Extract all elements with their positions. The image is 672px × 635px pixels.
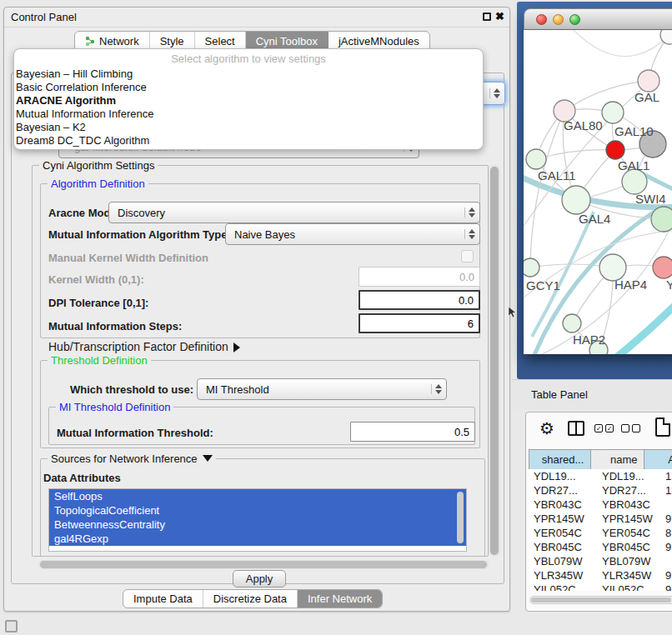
mi-steps-input[interactable]	[359, 313, 480, 333]
network-node[interactable]	[524, 258, 539, 277]
sources-toggle[interactable]: Sources for Network Inference	[48, 452, 216, 465]
table-row[interactable]: YDL19...YDL19...13	[529, 469, 672, 483]
network-node[interactable]	[638, 70, 659, 92]
table-cell: 13	[660, 469, 672, 483]
which-threshold-select[interactable]: MI Threshold	[197, 378, 447, 400]
network-node[interactable]	[602, 102, 624, 123]
manual-kernel-checkbox[interactable]	[461, 250, 474, 262]
attribute-item[interactable]: BetweennessCentrality	[49, 518, 466, 532]
expand-arrow-icon	[233, 342, 240, 352]
network-edge	[524, 230, 672, 305]
algorithm-option[interactable]: Mutual Information Inference	[14, 108, 483, 121]
algorithm-option[interactable]: Dream8 DC_TDC Algorithm	[14, 134, 483, 148]
aracne-mode-select[interactable]: Discovery	[108, 202, 480, 223]
network-icon	[85, 36, 96, 47]
algorithm-option[interactable]: Bayesian – Hill Climbing	[14, 68, 483, 81]
table-toolbar: ⚙ ✓✓	[526, 412, 672, 448]
close-icon[interactable]: ✖	[495, 10, 504, 22]
split-columns-icon[interactable]	[568, 421, 584, 436]
which-threshold-label: Which threshold to use:	[70, 383, 193, 396]
attribute-item[interactable]: TopologicalCoefficient	[49, 503, 466, 518]
apply-button[interactable]: Apply	[233, 570, 286, 588]
tab-label: jActiveMNodules	[339, 35, 419, 48]
dpi-tolerance-input[interactable]	[359, 290, 480, 310]
column-header[interactable]: shared...	[529, 450, 591, 470]
network-node[interactable]	[606, 141, 624, 159]
network-node[interactable]	[622, 169, 647, 194]
algorithm-option[interactable]: ARACNE Algorithm	[14, 94, 483, 108]
select-all-columns-icon[interactable]: ✓✓	[594, 424, 614, 432]
list-scrollbar[interactable]	[457, 492, 464, 543]
data-attributes-list: SelfLoopsTopologicalCoefficientBetweenne…	[48, 488, 467, 552]
table-cell: YIL052C	[597, 582, 660, 591]
vertical-scrollbar[interactable]	[489, 165, 500, 557]
network-canvas[interactable]: GALGAL80GAL10GAL1GAL11SWI4GAL4GCY1HAP4YH…	[524, 30, 672, 354]
network-node[interactable]	[563, 314, 581, 332]
table-cell: YIL052C	[529, 582, 597, 591]
gear-icon[interactable]: ⚙	[539, 418, 554, 439]
table-cell	[660, 498, 672, 512]
unselect-all-columns-icon[interactable]	[621, 424, 640, 432]
tab-discretize-data[interactable]: Discretize Data	[203, 590, 298, 608]
collapsed-panel-icon[interactable]	[5, 620, 18, 632]
close-traffic-icon[interactable]	[536, 14, 547, 25]
table-row[interactable]: YPR145WYPR145W9.	[529, 512, 672, 526]
control-panel-titlebar[interactable]: Control Panel ✖	[4, 8, 509, 28]
node-table-rows: YDL19...YDL19...13YDR27...YDR27...12YBR0…	[529, 469, 672, 591]
kernel-width-input[interactable]	[359, 267, 480, 287]
node-table: YDL19...YDL19...13YDR27...YDR27...12YBR0…	[529, 469, 672, 591]
table-panel-titlebar[interactable]: Table Panel	[512, 379, 672, 409]
horizontal-scrollbar[interactable]	[38, 560, 489, 569]
table-cell: YBR045C	[597, 540, 660, 554]
tab-impute-data[interactable]: Impute Data	[123, 590, 203, 608]
network-edge	[574, 30, 669, 57]
table-cell: 12	[660, 483, 672, 498]
attribute-item[interactable]: gal4RGexp	[49, 532, 466, 546]
table-cell: YLR345W	[597, 568, 660, 582]
float-window-icon[interactable]	[483, 12, 491, 21]
table-cell: YER054C	[597, 526, 660, 540]
column-header[interactable]: A	[644, 450, 672, 470]
table-row[interactable]: YBR043CYBR043C	[529, 498, 672, 512]
node-label: HAP4	[614, 278, 647, 292]
hub-section-toggle[interactable]: Hub/Transcription Factor Definition	[48, 340, 240, 353]
popup-placeholder: Select algorithm to view settings	[14, 51, 483, 68]
node-table-header: shared...nameA	[529, 449, 672, 470]
data-attributes-label: Data Attributes	[43, 472, 121, 484]
group-title: MI Threshold Definition	[56, 401, 173, 413]
network-window-titlebar[interactable]	[524, 8, 672, 30]
node-label: GCY1	[526, 278, 560, 292]
attribute-item[interactable]: SelfLoops	[49, 489, 466, 503]
network-node[interactable]	[526, 149, 546, 169]
cyni-mode-tabs: Impute DataDiscretize DataInfer Network	[123, 589, 383, 608]
network-window: GALGAL80GAL10GAL1GAL11SWI4GAL4GCY1HAP4YH…	[524, 8, 672, 354]
network-node[interactable]	[653, 257, 672, 278]
algorithm-option[interactable]: Basic Correlation Inference	[14, 81, 483, 94]
table-row[interactable]: YBL079WYBL079W	[529, 554, 672, 568]
column-header[interactable]: name	[591, 450, 644, 470]
table-cell: YPR145W	[529, 512, 597, 526]
mi-threshold-input[interactable]	[350, 422, 475, 442]
table-row[interactable]: YER054CYER054C8.	[529, 526, 672, 540]
tab-label: Infer Network	[308, 592, 372, 605]
table-cell: YBL079W	[529, 554, 597, 568]
minimize-traffic-icon[interactable]	[553, 14, 564, 25]
collapse-arrow-icon	[203, 455, 213, 462]
zoom-traffic-icon[interactable]	[569, 14, 580, 25]
mi-type-select[interactable]: Naive Bayes	[225, 223, 480, 245]
network-node[interactable]	[651, 207, 672, 232]
table-horizontal-scrollbar[interactable]	[529, 596, 672, 604]
document-icon[interactable]	[655, 418, 670, 437]
table-cell: 9.	[660, 512, 672, 526]
table-row[interactable]: YBR045CYBR045C9.	[529, 540, 672, 554]
algorithm-option[interactable]: Bayesian – K2	[14, 121, 483, 134]
node-label: GAL10	[614, 124, 654, 138]
node-label: SWI4	[635, 192, 666, 206]
tab-infer-network[interactable]: Infer Network	[298, 590, 382, 608]
table-row[interactable]: YIL052CYIL052C9	[529, 582, 672, 591]
table-row[interactable]: YDR27...YDR27...12	[529, 483, 672, 498]
network-node[interactable]	[562, 186, 590, 214]
table-row[interactable]: YLR345WYLR345W9.	[529, 568, 672, 582]
node-label: GAL11	[538, 168, 576, 182]
table-cell: YDR27...	[529, 483, 597, 498]
